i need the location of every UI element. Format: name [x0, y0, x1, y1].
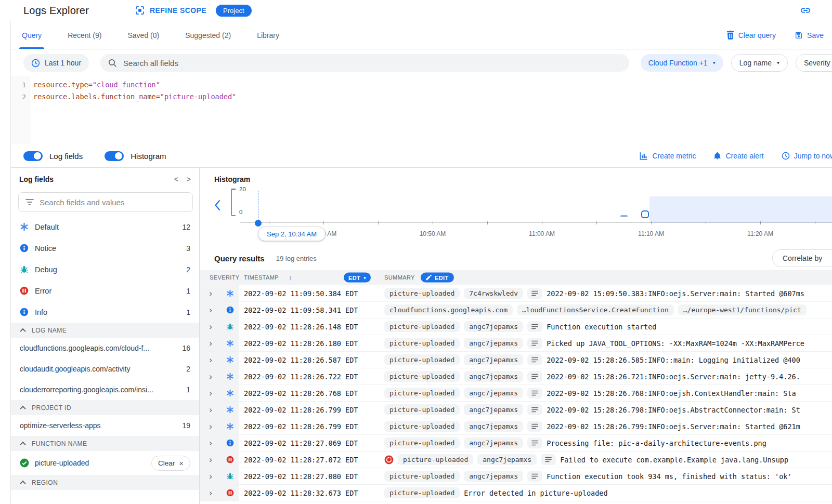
summary-chip[interactable]: angc7jepamxs [464, 388, 523, 399]
summary-chip[interactable]: picture-uploaded [398, 454, 473, 465]
start-marker-dot[interactable] [255, 220, 262, 227]
section-header-function-name[interactable]: FUNCTION NAME [11, 436, 199, 451]
log-fields-toggle[interactable] [23, 151, 43, 161]
pan-left-icon[interactable] [214, 199, 221, 211]
log-entry-row[interactable]: ›2022-09-02 11:28:27.069 EDTpicture-uplo… [200, 435, 832, 452]
summary-chip[interactable]: picture-uploaded [384, 421, 460, 432]
log-lines-icon[interactable] [541, 454, 556, 465]
log-entry-row[interactable]: ›2022-09-02 11:09:50.384 EDTpicture-uplo… [200, 285, 832, 302]
summary-chip[interactable]: picture-uploaded [384, 404, 460, 415]
summary-chip[interactable]: angc7jepamxs [464, 404, 523, 415]
selected-time-region[interactable] [649, 196, 832, 223]
expand-row-button[interactable]: › [200, 402, 221, 418]
summary-chip[interactable]: angc7jepamxs [464, 338, 523, 349]
tab-suggested-2[interactable]: Suggested (2) [183, 21, 233, 49]
summary-chip[interactable]: picture-uploaded [384, 321, 460, 332]
summary-chip[interactable]: …/europe-west1/functions/pict [678, 304, 807, 315]
log-lines-icon[interactable] [527, 371, 542, 382]
tab-saved-0[interactable]: Saved (0) [125, 21, 162, 49]
log-lines-icon[interactable] [527, 321, 542, 332]
field-value-item[interactable]: clouderrorreporting.googleapis.com/insi.… [11, 379, 199, 400]
log-lines-icon[interactable] [527, 354, 542, 365]
log-entry-row[interactable]: ›2022-09-02 11:28:26.799 EDTpicture-uplo… [200, 402, 832, 418]
field-value-item[interactable]: cloudfunctions.googleapis.com/cloud-f...… [11, 338, 199, 359]
severity-filter-default[interactable]: Default12 [11, 216, 199, 237]
section-header-project-id[interactable]: PROJECT ID [11, 400, 199, 415]
log-entry-row[interactable]: ›2022-09-02 11:28:26.768 EDTpicture-uplo… [200, 385, 832, 402]
log-lines-icon[interactable] [527, 404, 542, 415]
expand-row-button[interactable]: › [200, 368, 221, 384]
severity-filter-chip[interactable]: Severity▾ [796, 54, 832, 72]
move-panel-right-icon[interactable]: > [187, 175, 191, 183]
log-entry-row[interactable]: ›2022-09-02 11:28:27.080 EDTpicture-uplo… [200, 468, 832, 485]
histogram-chart[interactable]: 20 0 [200, 188, 832, 223]
expand-row-button[interactable]: › [200, 385, 221, 401]
severity-filter-notice[interactable]: Notice3 [11, 237, 199, 259]
severity-filter-debug[interactable]: Debug2 [11, 259, 199, 280]
summary-chip[interactable]: picture-uploaded [384, 288, 460, 299]
summary-chip[interactable]: angc7jepamxs [464, 421, 523, 432]
move-panel-left-icon[interactable]: < [174, 175, 178, 183]
summary-chip[interactable]: picture-uploaded [384, 371, 460, 382]
expand-row-button[interactable]: › [200, 302, 221, 318]
summary-chip[interactable]: angc7jepamxs [477, 454, 537, 465]
expand-row-button[interactable]: › [200, 452, 221, 468]
editor-code[interactable]: resource.type="cloud_function" resource.… [31, 76, 236, 144]
summary-chip[interactable]: angc7jepamxs [464, 321, 523, 332]
severity-filter-info[interactable]: Info1 [11, 301, 199, 323]
resource-filter-chip[interactable]: Cloud Function +1▾ [641, 54, 723, 72]
log-entry-row[interactable]: ›2022-09-02 11:09:58.341 EDTcloudfunctio… [200, 302, 832, 319]
time-range-chip[interactable]: Last 1 hour [23, 54, 89, 72]
tab-query[interactable]: Query [19, 21, 44, 49]
selection-handle[interactable] [641, 210, 649, 218]
field-value-item[interactable]: picture-uploadedClear× [11, 451, 199, 475]
summary-chip[interactable]: picture-uploaded [384, 437, 460, 448]
timezone-chip[interactable]: EDT▾ [344, 273, 371, 283]
log-entry-row[interactable]: ›2022-09-02 11:28:32.673 EDTpicture-uplo… [200, 485, 832, 501]
summary-chip[interactable]: picture-uploaded [384, 388, 460, 399]
create-alert-button[interactable]: Create alert [713, 152, 763, 160]
log-lines-icon[interactable] [527, 288, 542, 299]
fields-search-input[interactable] [40, 198, 186, 207]
log-entry-row[interactable]: ›2022-09-02 11:28:27.072 EDTpicture-uplo… [200, 452, 832, 468]
query-line[interactable]: resource.labels.function_name="picture-u… [33, 91, 236, 103]
expand-row-button[interactable]: › [200, 468, 221, 484]
summary-chip[interactable]: angc7jepamxs [464, 437, 523, 448]
summary-chip[interactable]: picture-uploaded [384, 471, 460, 482]
field-value-item[interactable]: cloudaudit.googleapis.com/activity2 [11, 359, 199, 379]
copy-link-icon[interactable] [800, 5, 811, 16]
log-entry-row[interactable]: ›2022-09-02 11:28:26.799 EDTpicture-uplo… [200, 418, 832, 435]
expand-row-button[interactable]: › [200, 285, 221, 301]
expand-row-button[interactable]: › [200, 485, 221, 501]
summary-chip[interactable]: angc7jepamxs [464, 471, 523, 482]
summary-chip[interactable]: picture-uploaded [384, 338, 460, 349]
correlate-by-button[interactable]: Correlate by [772, 249, 832, 267]
tab-recent-9[interactable]: Recent (9) [65, 21, 104, 49]
section-header-log-name[interactable]: LOG NAME [11, 323, 199, 338]
query-editor[interactable]: 1 2 resource.type="cloud_function" resou… [11, 76, 832, 144]
start-time-pill[interactable]: Sep 2, 10:34 AM [258, 227, 326, 241]
scope-badge[interactable]: Project [216, 5, 251, 17]
clear-filter-button[interactable]: Clear× [151, 456, 190, 471]
search-all-fields-input[interactable] [123, 59, 622, 68]
save-button[interactable]: Save [795, 31, 824, 39]
log-lines-icon[interactable] [527, 388, 542, 399]
expand-row-button[interactable]: › [200, 335, 221, 351]
expand-row-button[interactable]: › [200, 319, 221, 335]
log-entry-row[interactable]: ›2022-09-02 11:28:26.180 EDTpicture-uplo… [200, 335, 832, 352]
summary-chip[interactable]: picture-uploaded [384, 354, 460, 365]
log-lines-icon[interactable] [527, 338, 542, 349]
severity-filter-error[interactable]: Error1 [11, 280, 199, 301]
summary-chip[interactable]: cloudfunctions.googleapis.com [384, 304, 513, 315]
log-lines-icon[interactable] [527, 471, 542, 482]
log-entry-row[interactable]: ›2022-09-02 11:28:26.148 EDTpicture-uplo… [200, 319, 832, 335]
section-header-region[interactable]: REGION [11, 475, 199, 490]
edit-summary-chip[interactable]: EDIT [421, 273, 454, 283]
column-timestamp[interactable]: TIMESTAMP [244, 274, 279, 281]
log-lines-icon[interactable] [527, 421, 542, 432]
summary-chip[interactable]: angc7jepamxs [464, 371, 523, 382]
log-name-filter-chip[interactable]: Log name▾ [731, 54, 788, 72]
summary-chip[interactable]: 7c4rwskwledv [464, 288, 523, 299]
log-entry-row[interactable]: ›2022-09-02 11:28:26.722 EDTpicture-uplo… [200, 368, 832, 385]
expand-row-button[interactable]: › [200, 435, 221, 451]
